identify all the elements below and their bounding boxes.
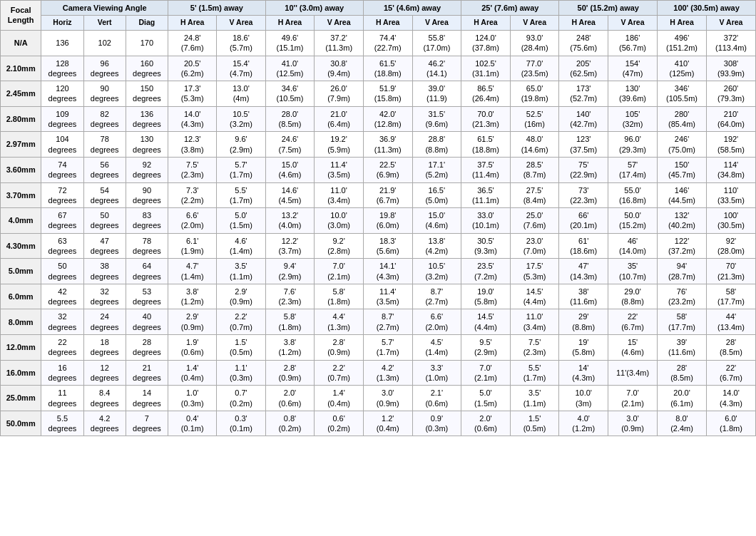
horiz-cell: 42 degrees [41,284,83,309]
focal-cell: 4.0mm [1,208,41,234]
h10-cell: 7.6' (2.3m) [265,284,315,309]
v50-cell: 3.0' (0.9m) [608,411,658,436]
v100-cell: 14.0' (4.3m) [706,386,755,411]
h50-cell: 75' (22.9m) [559,157,608,182]
v10-cell: 30.8' (9.4m) [315,56,364,81]
vert-cell: 24 degrees [83,309,126,335]
v25-cell: 52.5' (16m) [510,106,559,132]
v50-cell: 11'(3.4m) [608,360,658,386]
h100-cell: 246' (75.0m) [658,132,707,158]
h25-cell: 102.5' (31.1m) [461,56,511,81]
h100-cell: 146' (44.5m) [658,182,707,208]
v25-cell: 17.5' (5.3m) [510,259,559,284]
h25-cell: 23.5' (7.2m) [461,259,511,284]
v10-cell: 10.0' (3.0m) [315,208,364,234]
h5-cell: 7.3' (2.2m) [168,182,217,208]
h50-cell: 248' (75.6m) [559,30,608,56]
h15-cell: 42.0' (12.8m) [363,106,412,132]
h10-cell: 2.8' (0.9m) [265,360,315,386]
horiz-cell: 32 degrees [41,309,83,335]
vert-cell: 18 degrees [83,335,126,361]
v15-cell: 4.5' (1.4m) [412,335,461,361]
h15-cell: 51.9' (15.8m) [363,81,412,107]
v10-cell: 9.2' (2.8m) [315,233,364,259]
h5-cell: 17.3' (5.3m) [168,81,217,107]
h5-cell: 2.9' (0.9m) [168,309,217,335]
v15-cell: 10.5' (3.2m) [412,259,461,284]
v10-cell: 21.0' (6.4m) [315,106,364,132]
v15-cell: 28.8' (8.8m) [412,132,461,158]
diag-cell: 92 degrees [126,157,168,182]
vert-cell: 96 degrees [83,56,126,81]
v50-cell: 29.0' (8.8m) [608,284,658,309]
vert-cell: 50 degrees [83,208,126,234]
v5-cell: 1.5' (0.5m) [217,335,265,361]
v25-cell: 48.0' (14.6m) [510,132,559,158]
focal-cell: 16.0mm [1,360,41,386]
h100-cell: 58' (17.7m) [658,309,707,335]
h100-cell: 132' (40.2m) [658,208,707,234]
diag-cell: 130 degrees [126,132,168,158]
h5-cell: 0.4' (0.1m) [168,411,217,436]
v15-cell: 17.1' (5.2m) [412,157,461,182]
h15-cell: 5.7' (1.7m) [363,335,412,361]
h5-cell: 20.5' (6.2m) [168,56,217,81]
h100-cell: 8.0' (2.4m) [658,411,707,436]
h5-cell: 4.7' (1.4m) [168,259,217,284]
v25-cell: 25.0' (7.6m) [510,208,559,234]
h5-cell: 1.9' (0.6m) [168,335,217,361]
v10-cell: 1.4' (0.4m) [315,386,364,411]
v25-cell: 93.0' (28.4m) [510,30,559,56]
h10-cell: 28.0' (8.5m) [265,106,315,132]
v50-cell: 55.0' (16.8m) [608,182,658,208]
v100-cell: 92' (28.0m) [706,233,755,259]
h25-cell: 14.5' (4.4m) [461,309,511,335]
v15-cell: 55.8' (17.0m) [412,30,461,56]
h25-cell: 124.0' (37.8m) [461,30,511,56]
h100-cell: 346' (105.5m) [658,81,707,107]
h10-cell: 34.6' (10.5m) [265,81,315,107]
diag-cell: 170 [126,30,168,56]
v5-cell: 10.5' (3.2m) [217,106,265,132]
v15-cell: 0.9' (0.3m) [412,411,461,436]
v100-cell: 110' (33.5m) [706,182,755,208]
h25-cell: 37.5' (11.4m) [461,157,511,182]
h50-cell: 140' (42.7m) [559,106,608,132]
v25-cell: 3.5' (1.1m) [510,386,559,411]
v10-cell: 4.4' (1.3m) [315,309,364,335]
h25-cell: 36.5' (11.1m) [461,182,511,208]
h50-cell: 14' (4.3m) [559,360,608,386]
v15-cell: 8.7' (2.7m) [412,284,461,309]
dist-50ft-header: 50' (15.2m) away [559,1,658,16]
vert-cell: 47 degrees [83,233,126,259]
v25-cell: 14.5' (4.4m) [510,284,559,309]
h10-cell: 24.6' (7.5m) [265,132,315,158]
h100-cell: 150' (45.7m) [658,157,707,182]
h-area-100-subheader: H Area [658,16,707,31]
focal-cell: 25.0mm [1,386,41,411]
diag-cell: 14 degrees [126,386,168,411]
h5-cell: 1.4' (0.4m) [168,360,217,386]
h25-cell: 2.0' (0.6m) [461,411,511,436]
h5-cell: 24.8' (7.6m) [168,30,217,56]
v5-cell: 5.5' (1.7m) [217,182,265,208]
focal-cell: 2.10mm [1,56,41,81]
horiz-cell: 67 degrees [41,208,83,234]
vert-cell: 4.2 degrees [83,411,126,436]
h50-cell: 10.0' (3m) [559,386,608,411]
v-area-50-subheader: V Area [608,16,658,31]
focal-cell: 2.45mm [1,81,41,107]
v50-cell: 186' (56.7m) [608,30,658,56]
horiz-cell: 11 degrees [41,386,83,411]
v-area-5-subheader: V Area [217,16,265,31]
v15-cell: 15.0' (4.6m) [412,208,461,234]
v100-cell: 260' (79.3m) [706,81,755,107]
focal-cell: 12.0mm [1,335,41,361]
v100-cell: 28' (8.5m) [706,335,755,361]
v10-cell: 5.8' (1.8m) [315,284,364,309]
horiz-cell: 109 degrees [41,106,83,132]
v25-cell: 11.0' (3.4m) [510,309,559,335]
h25-cell: 7.0' (2.1m) [461,360,511,386]
h15-cell: 1.2' (0.4m) [363,411,412,436]
v10-cell: 37.2' (11.3m) [315,30,364,56]
